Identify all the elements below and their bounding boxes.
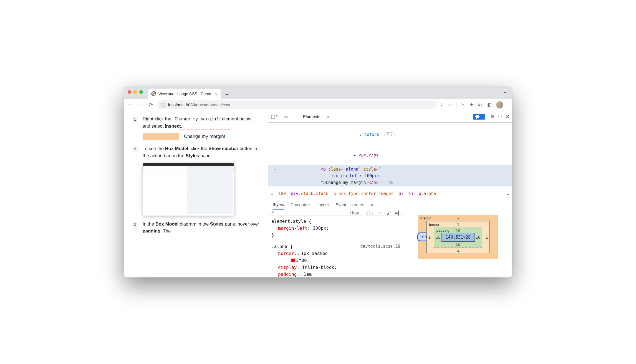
back-button[interactable]: ← xyxy=(127,102,134,108)
rule-aloha[interactable]: devtools.scss:19 .aloha { border:▸1px da… xyxy=(268,241,404,277)
step-2: 2 To see the Box Model, click the Show s… xyxy=(132,145,260,215)
forward-button[interactable]: → xyxy=(137,102,144,108)
crumb-ellipsis[interactable]: … xyxy=(271,191,273,196)
step-text: Right-click the Change my margin! elemen… xyxy=(143,115,260,140)
profile-avatar[interactable] xyxy=(496,101,503,108)
new-tab-button[interactable]: ＋ xyxy=(223,90,231,98)
crumb-div[interactable]: div.stack.stack--block.type.center-image… xyxy=(291,191,393,196)
box-margin[interactable]: margin - - 100 - border 1 1 1 1 paddin xyxy=(418,215,498,259)
node-text: Change my margin! xyxy=(326,180,369,185)
dom-pseudo-before[interactable]: ::before flex xyxy=(268,124,512,145)
rule-element-style[interactable]: element.style { margin-left: 100px; } xyxy=(268,216,404,241)
share-icon[interactable]: ⇪ xyxy=(440,102,443,108)
margin-bottom-value[interactable]: - xyxy=(457,254,459,258)
new-style-rule-icon[interactable]: ＋ xyxy=(378,210,382,216)
fullscreen-window-button[interactable] xyxy=(139,90,143,94)
computed-tab[interactable]: Computed xyxy=(291,202,310,207)
border-top-value[interactable]: 1 xyxy=(457,223,459,227)
event-listeners-tab[interactable]: Event Listeners xyxy=(335,202,364,207)
chrome-menu-button[interactable]: ⋮ xyxy=(508,102,509,107)
dom-p-collapsed[interactable]: ▸ <p>…</p> xyxy=(268,145,512,165)
browser-tab[interactable]: View and change CSS - Chrom × xyxy=(148,89,221,99)
border-right-value[interactable]: 1 xyxy=(486,235,488,239)
box-padding[interactable]: padding 16 16 16 16 140.531×28 xyxy=(434,227,482,247)
more-tabs-icon[interactable]: » xyxy=(327,114,329,120)
css-color[interactable]: #f00 xyxy=(296,258,307,263)
bold-text: Show sidebar xyxy=(209,146,238,151)
crumb-ol[interactable]: ol xyxy=(398,191,403,196)
css-value[interactable]: 1em xyxy=(304,272,312,277)
padding-right-value[interactable]: 16 xyxy=(476,235,480,239)
titlebar: View and change CSS - Chrom × ＋ ⌄ xyxy=(124,87,512,99)
styles-tab[interactable]: Styles xyxy=(272,199,284,210)
show-sidebar-icon[interactable]: ▶▍ xyxy=(395,211,400,216)
bold-text: Box Model xyxy=(165,146,188,151)
dom-breadcrumb[interactable]: … 100 div.stack.stack--block.type.center… xyxy=(268,188,512,199)
scissors-extension-icon[interactable]: ✂ xyxy=(461,102,465,108)
issues-badge[interactable]: 1 xyxy=(473,114,485,120)
devtools-menu-icon[interactable]: ⋮ xyxy=(499,114,501,119)
border-bottom-value[interactable]: 1 xyxy=(457,248,459,252)
devtools-panel: ⬚↖ ▭ Elements » 1 ⚙ ⋮ ✕ ::before flex xyxy=(268,111,512,277)
source-link[interactable]: devtools.scss:19 xyxy=(360,243,401,250)
crumb-more[interactable]: … xyxy=(507,191,509,196)
bookmark-icon[interactable]: ☆ xyxy=(448,102,452,108)
padding-top-value[interactable]: 16 xyxy=(456,228,461,233)
padding-label: padding xyxy=(436,228,449,232)
more-styles-tabs-icon[interactable]: » xyxy=(371,202,373,208)
browser-window: View and change CSS - Chrom × ＋ ⌄ ← → ⟳ … xyxy=(124,87,512,277)
css-value[interactable]: inline-block xyxy=(302,265,334,270)
demo-element[interactable]: Change my margin! xyxy=(179,130,230,143)
color-swatch[interactable] xyxy=(291,259,295,262)
tab-close-button[interactable]: × xyxy=(214,91,217,96)
dom-selected-element[interactable]: ⋯ <p class="aloha" style=" margin-left: … xyxy=(268,165,512,186)
web-page: 1 Right-click the Change my margin! elem… xyxy=(124,111,268,277)
device-mode-icon[interactable]: ▭ xyxy=(284,114,289,120)
flex-pill[interactable]: flex xyxy=(384,132,395,137)
styles-filter-input[interactable] xyxy=(271,211,291,216)
side-panel-icon[interactable]: ◧ xyxy=(487,102,492,108)
css-value[interactable]: 100px xyxy=(313,226,326,231)
close-window-button[interactable] xyxy=(128,90,131,94)
padding-bottom-value[interactable]: 16 xyxy=(456,242,461,247)
box-border[interactable]: border 1 1 1 1 padding 16 16 16 16 xyxy=(426,221,490,253)
padding-left-value[interactable]: 16 xyxy=(436,235,441,239)
address-bar[interactable]: i localhost:8080/docs/devtools/css/ xyxy=(157,100,437,109)
close-devtools-icon[interactable]: ✕ xyxy=(506,114,509,120)
css-prop[interactable]: display xyxy=(278,265,297,270)
css-value[interactable]: 1px dashed xyxy=(301,251,328,256)
step-1: 1 Right-click the Change my margin! elem… xyxy=(132,115,260,140)
dom-tree[interactable]: ::before flex ▸ <p>…</p> ⋯ <p class="alo… xyxy=(268,123,512,188)
bold-text: Styles xyxy=(210,221,224,226)
tab-overflow-button[interactable]: ⌄ xyxy=(503,90,507,94)
crumb-p-aloha[interactable]: p.aloha xyxy=(419,191,436,196)
reading-list-icon[interactable]: ≡♪ xyxy=(478,102,483,108)
demo-container: Change my margin! xyxy=(143,133,260,140)
css-prop[interactable]: padding xyxy=(278,272,297,277)
cls-toggle[interactable]: .cls xyxy=(364,211,374,216)
paint-icon[interactable]: 🖌 xyxy=(387,211,391,216)
step-text: To see the Box Model, click the Show sid… xyxy=(143,145,260,215)
gutter-ellipsis-icon[interactable]: ⋯ xyxy=(268,166,282,173)
border-left-value[interactable]: 1 xyxy=(428,235,431,239)
settings-icon[interactable]: ⚙ xyxy=(490,114,494,120)
extensions-icon[interactable]: ✦ xyxy=(470,102,473,108)
margin-top-value[interactable]: - xyxy=(457,216,459,221)
css-prop[interactable]: border xyxy=(278,251,294,256)
css-rules: :hov .cls ＋ 🖌 ▶▍ element.style { margin-… xyxy=(268,210,404,277)
css-prop[interactable]: margin-left xyxy=(278,226,307,231)
hov-toggle[interactable]: :hov xyxy=(349,211,359,216)
crumb-li[interactable]: li xyxy=(408,191,413,196)
minimize-window-button[interactable] xyxy=(133,90,137,94)
text: In the xyxy=(143,221,155,226)
crumb-fragment[interactable]: 100 xyxy=(278,191,286,196)
bold-text: padding xyxy=(143,228,160,233)
pseudo-before: ::before xyxy=(359,132,379,137)
layout-tab[interactable]: Layout xyxy=(316,202,329,207)
inspect-element-icon[interactable]: ⬚↖ xyxy=(271,114,279,120)
reload-button[interactable]: ⟳ xyxy=(147,102,154,108)
elements-tab[interactable]: Elements xyxy=(302,111,322,122)
site-info-icon[interactable]: i xyxy=(161,103,165,107)
box-content-size[interactable]: 140.531×28 xyxy=(441,233,475,242)
margin-right-value[interactable]: - xyxy=(494,235,496,239)
